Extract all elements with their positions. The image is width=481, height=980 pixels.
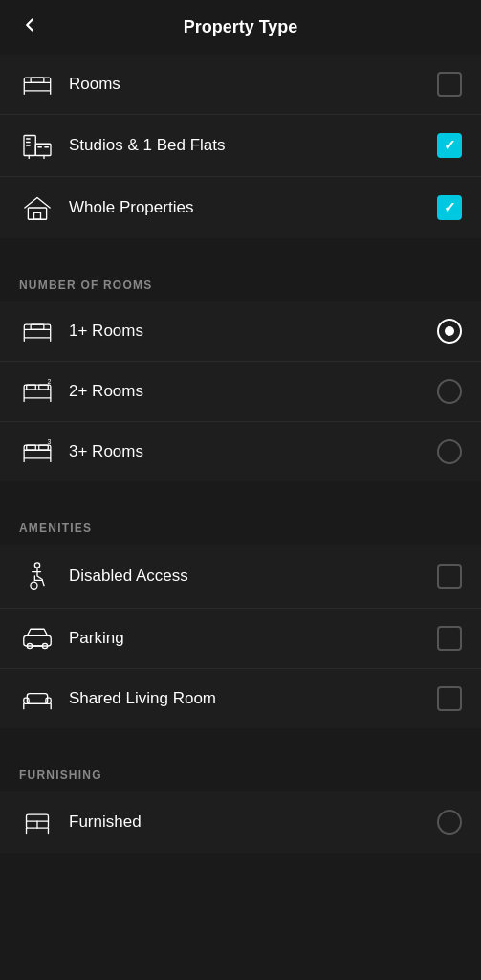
bed-2-icon: 2 <box>19 379 55 404</box>
bed-3-icon: 3 <box>19 439 55 464</box>
furnished-label: Furnished <box>69 813 437 832</box>
studios-checkbox[interactable] <box>437 133 462 158</box>
header: Property Type <box>0 0 481 55</box>
list-item[interactable]: 1+ Rooms <box>0 301 481 361</box>
svg-point-32 <box>31 582 37 589</box>
list-item[interactable]: Parking <box>0 608 481 668</box>
rooms-checkbox[interactable] <box>437 72 462 97</box>
1plus-label: 1+ Rooms <box>69 322 437 341</box>
svg-rect-15 <box>24 329 50 338</box>
living-label: Shared Living Room <box>69 689 437 708</box>
parking-checkbox[interactable] <box>437 626 462 651</box>
house-icon <box>19 194 55 221</box>
svg-rect-14 <box>34 212 41 219</box>
svg-text:2: 2 <box>47 379 51 385</box>
rooms-label: Rooms <box>69 75 437 94</box>
svg-text:3: 3 <box>47 439 51 445</box>
list-item[interactable]: Shared Living Room <box>0 668 481 728</box>
list-item[interactable]: Furnished <box>0 791 481 853</box>
svg-rect-19 <box>24 390 51 398</box>
svg-rect-28 <box>27 445 36 450</box>
list-item[interactable]: Disabled Access <box>0 545 481 608</box>
property-type-group: Rooms Studios & 1 Bed Flats <box>0 55 481 238</box>
list-item[interactable]: 3 3+ Rooms <box>0 421 481 481</box>
svg-rect-39 <box>46 698 51 703</box>
bed-building-icon <box>19 132 55 159</box>
furnished-icon <box>19 809 55 835</box>
svg-rect-38 <box>24 698 29 703</box>
furnishing-header: Furnishing <box>0 747 481 791</box>
parking-label: Parking <box>69 629 437 648</box>
svg-rect-0 <box>24 82 50 91</box>
3plus-radio[interactable] <box>437 439 462 464</box>
whole-properties-checkbox[interactable] <box>437 195 462 220</box>
gap <box>0 481 481 501</box>
disabled-label: Disabled Access <box>69 567 437 586</box>
disabled-checkbox[interactable] <box>437 564 462 589</box>
svg-rect-25 <box>24 450 51 458</box>
3plus-label: 3+ Rooms <box>69 442 437 461</box>
living-checkbox[interactable] <box>437 686 462 711</box>
amenities-group: Disabled Access Parking <box>0 545 481 728</box>
svg-rect-13 <box>28 208 46 219</box>
list-item[interactable]: Rooms <box>0 55 481 114</box>
back-button[interactable] <box>15 11 44 45</box>
number-of-rooms-group: 1+ Rooms 2 2+ Rooms <box>0 301 481 481</box>
page-title: Property Type <box>184 17 298 37</box>
list-item[interactable]: Whole Properties <box>0 176 481 238</box>
svg-rect-37 <box>27 694 47 704</box>
wheelchair-icon <box>19 562 55 590</box>
bed-1-icon <box>19 320 55 343</box>
2plus-radio[interactable] <box>437 379 462 404</box>
svg-rect-3 <box>31 78 44 82</box>
svg-point-31 <box>34 563 39 568</box>
furnished-radio[interactable] <box>437 810 462 835</box>
svg-rect-5 <box>35 144 51 155</box>
list-item[interactable]: Studios & 1 Bed Flats <box>0 114 481 176</box>
gap <box>0 238 481 257</box>
car-icon <box>19 627 55 650</box>
studios-label: Studios & 1 Bed Flats <box>69 136 437 155</box>
svg-rect-22 <box>27 385 36 390</box>
svg-rect-29 <box>39 445 49 450</box>
sofa-icon <box>19 686 55 711</box>
number-of-rooms-header: Number of Rooms <box>0 257 481 301</box>
gap <box>0 728 481 747</box>
svg-rect-18 <box>31 324 44 329</box>
furnishing-group: Furnished <box>0 791 481 853</box>
2plus-label: 2+ Rooms <box>69 382 437 401</box>
amenities-header: Amenities <box>0 501 481 545</box>
bed-single-icon <box>19 73 55 96</box>
svg-rect-23 <box>39 385 49 390</box>
list-item[interactable]: 2 2+ Rooms <box>0 361 481 421</box>
whole-properties-label: Whole Properties <box>69 198 437 217</box>
1plus-radio[interactable] <box>437 319 462 344</box>
